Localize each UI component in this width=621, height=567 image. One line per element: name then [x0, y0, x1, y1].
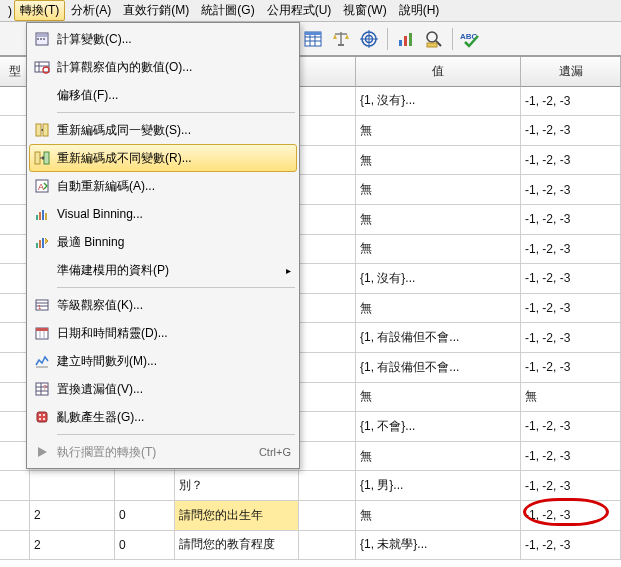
cell-e[interactable]	[299, 116, 356, 146]
cell-f[interactable]: {1, 有設備但不會...	[356, 353, 521, 383]
cell-a[interactable]	[0, 471, 30, 501]
cell-a[interactable]	[0, 531, 30, 561]
cell-c[interactable]	[115, 471, 175, 501]
cell-d[interactable]: 別？	[175, 471, 299, 501]
cell-g[interactable]: -1, -2, -3	[521, 116, 621, 146]
menu-window[interactable]: 視窗(W)	[337, 0, 392, 21]
cell-g[interactable]: -1, -2, -3	[521, 87, 621, 117]
cell-e[interactable]	[299, 235, 356, 265]
toolbar-scales-btn[interactable]	[328, 26, 354, 52]
table-row[interactable]: 20請問您的教育程度{1, 未就學}...-1, -2, -3	[0, 531, 621, 561]
cell-g[interactable]: -1, -2, -3	[521, 205, 621, 235]
menu-item-timeseries[interactable]: 建立時間數列(M)...	[29, 347, 297, 375]
cell-c[interactable]: 0	[115, 531, 175, 561]
cell-e[interactable]	[299, 412, 356, 442]
menu-item-recode-same[interactable]: 重新編碼成同一變數(S)...	[29, 116, 297, 144]
toolbar-search-btn[interactable]	[421, 26, 447, 52]
svg-point-59	[39, 418, 41, 420]
cell-f[interactable]: 無	[356, 175, 521, 205]
menu-item-label: 自動重新編碼(A)...	[57, 178, 291, 195]
col-header-values[interactable]: 值	[356, 57, 521, 87]
col-header-missing[interactable]: 遺漏	[521, 57, 621, 87]
svg-rect-36	[39, 212, 41, 220]
cell-c[interactable]: 0	[115, 501, 175, 531]
cell-g[interactable]: -1, -2, -3	[521, 175, 621, 205]
cell-e[interactable]	[299, 264, 356, 294]
cell-e[interactable]	[299, 353, 356, 383]
menu-item-recode-diff[interactable]: 重新編碼成不同變數(R)...	[29, 144, 297, 172]
cell-g[interactable]: -1, -2, -3	[521, 531, 621, 561]
table-row[interactable]: 別？{1, 男}...-1, -2, -3	[0, 471, 621, 501]
menu-graphs[interactable]: 統計圖(G)	[195, 0, 260, 21]
cell-e[interactable]	[299, 205, 356, 235]
cell-b[interactable]: 2	[30, 501, 115, 531]
menu-item-rank[interactable]: 1等級觀察值(K)...	[29, 291, 297, 319]
recode-diff-icon	[34, 150, 50, 166]
cell-f[interactable]: 無	[356, 442, 521, 472]
cell-e[interactable]	[299, 471, 356, 501]
cell-e[interactable]	[299, 294, 356, 324]
menu-utilities[interactable]: 公用程式(U)	[261, 0, 338, 21]
menu-item-calc-var[interactable]: 計算變數(C)...	[29, 25, 297, 53]
menu-item-optimal-bin[interactable]: 最適 Binning	[29, 228, 297, 256]
cell-f[interactable]: {1, 沒有}...	[356, 264, 521, 294]
cell-f[interactable]: {1, 不會}...	[356, 412, 521, 442]
menu-help[interactable]: 說明(H)	[393, 0, 446, 21]
cell-f[interactable]: {1, 有設備但不會...	[356, 323, 521, 353]
cell-g[interactable]: -1, -2, -3	[521, 471, 621, 501]
menu-item-replace-missing[interactable]: ?置換遺漏值(V)...	[29, 375, 297, 403]
toolbar-table-btn[interactable]	[300, 26, 326, 52]
cell-g[interactable]: -1, -2, -3	[521, 294, 621, 324]
cell-e[interactable]	[299, 175, 356, 205]
cell-f[interactable]: 無	[356, 294, 521, 324]
menu-item-random[interactable]: 亂數產生器(G)...	[29, 403, 297, 431]
cell-b[interactable]	[30, 471, 115, 501]
cell-g[interactable]: 無	[521, 383, 621, 413]
cell-e[interactable]	[299, 383, 356, 413]
menu-item-visual-bin[interactable]: Visual Binning...	[29, 200, 297, 228]
cell-f[interactable]: {1, 沒有}...	[356, 87, 521, 117]
menu-item-item2[interactable]: 偏移值(F)...	[29, 81, 297, 109]
toolbar-spellcheck-btn[interactable]: ABC	[458, 26, 484, 52]
menubar: ) 轉換(T) 分析(A) 直效行銷(M) 統計圖(G) 公用程式(U) 視窗(…	[0, 0, 621, 22]
menu-transform[interactable]: 轉換(T)	[14, 0, 65, 21]
cell-g[interactable]: -1, -2, -3	[521, 501, 621, 531]
menu-item-item9[interactable]: 準備建模用的資料(P)▸	[29, 256, 297, 284]
cell-e[interactable]	[299, 87, 356, 117]
cell-d[interactable]: 請問您的教育程度	[175, 531, 299, 561]
cell-g[interactable]: -1, -2, -3	[521, 323, 621, 353]
cell-f[interactable]: {1, 男}...	[356, 471, 521, 501]
cell-f[interactable]: 無	[356, 235, 521, 265]
toolbar-target-btn[interactable]	[356, 26, 382, 52]
toolbar-chart-btn[interactable]	[393, 26, 419, 52]
cell-g[interactable]: -1, -2, -3	[521, 442, 621, 472]
cell-g[interactable]: -1, -2, -3	[521, 412, 621, 442]
table-row[interactable]: 20請問您的出生年無-1, -2, -3	[0, 501, 621, 531]
cell-g[interactable]: -1, -2, -3	[521, 235, 621, 265]
cell-e[interactable]	[299, 146, 356, 176]
cell-e[interactable]	[299, 442, 356, 472]
menu-item-datetime[interactable]: 日期和時間精靈(D)...	[29, 319, 297, 347]
menu-separator	[57, 287, 295, 288]
cell-g[interactable]: -1, -2, -3	[521, 146, 621, 176]
cell-d[interactable]: 請問您的出生年	[175, 501, 299, 531]
menu-direct-marketing[interactable]: 直效行銷(M)	[117, 0, 195, 21]
cell-g[interactable]: -1, -2, -3	[521, 353, 621, 383]
cell-e[interactable]	[299, 531, 356, 561]
cell-f[interactable]: 無	[356, 501, 521, 531]
cell-f[interactable]: 無	[356, 383, 521, 413]
menu-item-label: 日期和時間精靈(D)...	[57, 325, 291, 342]
cell-f[interactable]: {1, 未就學}...	[356, 531, 521, 561]
menu-item-auto-recode[interactable]: A自動重新編碼(A)...	[29, 172, 297, 200]
col-header-e[interactable]	[299, 57, 356, 87]
cell-f[interactable]: 無	[356, 205, 521, 235]
cell-g[interactable]: -1, -2, -3	[521, 264, 621, 294]
cell-f[interactable]: 無	[356, 146, 521, 176]
cell-e[interactable]	[299, 501, 356, 531]
cell-f[interactable]: 無	[356, 116, 521, 146]
cell-b[interactable]: 2	[30, 531, 115, 561]
cell-a[interactable]	[0, 501, 30, 531]
cell-e[interactable]	[299, 323, 356, 353]
menu-item-count-values[interactable]: 計算觀察值內的數值(O)...	[29, 53, 297, 81]
menu-analyze[interactable]: 分析(A)	[65, 0, 117, 21]
